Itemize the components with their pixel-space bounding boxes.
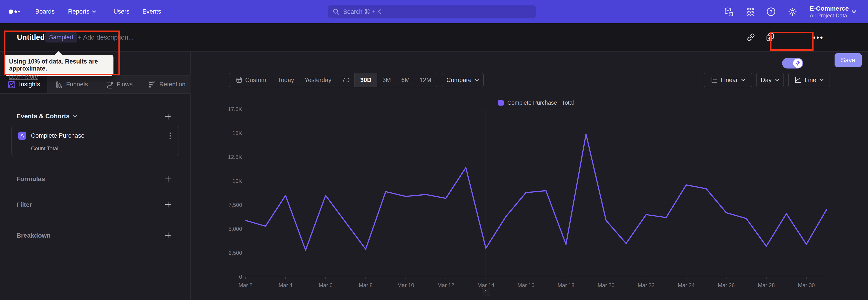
add-filter-button[interactable] bbox=[164, 201, 172, 209]
add-to-board-icon[interactable] bbox=[765, 23, 775, 51]
query-sidebar: Insights Funnels Flows bbox=[0, 52, 191, 300]
y-axis-label: 15K bbox=[232, 130, 242, 136]
nav-item-reports[interactable]: Reports bbox=[68, 0, 96, 23]
x-axis-label: Mar 12 bbox=[437, 282, 454, 288]
tab-retention-label: Retention bbox=[159, 81, 186, 88]
y-axis-label: 12.5K bbox=[228, 154, 242, 160]
y-axis-label: 10K bbox=[232, 178, 242, 184]
tooltip-text: Using 10% of data. Results are approxima… bbox=[9, 58, 109, 72]
events-cohorts-label: Events & Cohorts bbox=[17, 113, 70, 120]
nav-item-boards[interactable]: Boards bbox=[35, 0, 55, 23]
copy-link-icon[interactable] bbox=[746, 23, 756, 51]
project-switcher[interactable]: E-Commerce All Project Data bbox=[810, 0, 849, 23]
tab-funnels-label: Funnels bbox=[66, 81, 88, 88]
x-axis-label: Mar 2 bbox=[239, 282, 252, 288]
help-icon[interactable]: ? bbox=[766, 0, 776, 23]
filter-header: Filter bbox=[17, 201, 32, 208]
tab-retention[interactable]: Retention bbox=[143, 76, 191, 93]
x-axis-label: Mar 16 bbox=[518, 282, 534, 288]
top-nav: Boards Reports Users Events Search ⌘ + K bbox=[0, 0, 868, 23]
retention-icon bbox=[148, 81, 156, 89]
search-placeholder: Search ⌘ + K bbox=[343, 8, 381, 16]
report-title[interactable]: Untitled bbox=[17, 23, 45, 51]
formulas-header: Formulas bbox=[17, 175, 45, 183]
funnels-icon bbox=[55, 81, 63, 89]
chart-panel: Custom Today Yesterday 7D 30D 3M 6M 12M … bbox=[191, 52, 868, 300]
y-axis-label: 5,000 bbox=[228, 226, 242, 232]
x-axis-label: Mar 24 bbox=[678, 282, 694, 288]
y-axis-label: 17.5K bbox=[228, 106, 242, 112]
settings-gear-icon[interactable] bbox=[788, 0, 797, 23]
svg-text:?: ? bbox=[770, 9, 773, 14]
pagination-page-1[interactable]: 1 bbox=[482, 288, 490, 296]
sampled-badge[interactable]: Sampled bbox=[45, 32, 77, 42]
sampling-tooltip: Using 10% of data. Results are approxima… bbox=[4, 55, 114, 76]
series-line[interactable] bbox=[246, 134, 827, 250]
more-options-button[interactable]: ••• bbox=[813, 23, 824, 51]
x-axis-label: Mar 20 bbox=[598, 282, 615, 288]
y-axis-label: 7,500 bbox=[228, 202, 242, 208]
tab-flows-label: Flows bbox=[117, 81, 133, 88]
x-axis-label: Mar 26 bbox=[718, 282, 735, 288]
event-name: Complete Purchase bbox=[31, 132, 85, 139]
event-letter-badge: A bbox=[18, 131, 26, 140]
project-chevron-icon[interactable] bbox=[851, 0, 857, 23]
x-axis-label: Mar 30 bbox=[798, 282, 815, 288]
chevron-down-icon bbox=[73, 115, 77, 118]
learn-more-link[interactable]: Learn More bbox=[9, 73, 38, 80]
project-scope: All Project Data bbox=[810, 12, 847, 19]
add-description-button[interactable]: + Add description... bbox=[78, 23, 133, 51]
y-axis-label: 0 bbox=[239, 274, 242, 280]
add-breakdown-button[interactable] bbox=[164, 231, 172, 239]
event-metric[interactable]: Count Total bbox=[31, 145, 58, 152]
x-axis-label: Mar 18 bbox=[558, 282, 575, 288]
flows-icon bbox=[105, 81, 114, 89]
search-icon bbox=[333, 8, 340, 15]
x-axis-label: Mar 28 bbox=[758, 282, 775, 288]
line-chart[interactable]: 02,5005,0007,50010K12.5K15K17.5KMar 2Mar… bbox=[191, 52, 868, 300]
x-axis-label: Mar 10 bbox=[397, 282, 414, 288]
mixpanel-logo-icon[interactable] bbox=[8, 0, 20, 23]
breakdown-header: Breakdown bbox=[17, 232, 51, 239]
app-window: Boards Reports Users Events Search ⌘ + K bbox=[0, 0, 868, 300]
x-axis-label: Mar 8 bbox=[359, 282, 373, 288]
data-management-icon[interactable] bbox=[724, 0, 734, 23]
report-header: Untitled Sampled + Add description... ••… bbox=[0, 23, 868, 52]
x-axis-label: Mar 14 bbox=[477, 282, 494, 288]
add-formula-button[interactable] bbox=[164, 175, 172, 183]
chevron-down-icon bbox=[92, 10, 96, 13]
insights-icon bbox=[7, 80, 16, 89]
x-axis-label: Mar 4 bbox=[279, 282, 292, 288]
add-event-button[interactable] bbox=[164, 113, 172, 121]
x-axis-label: Mar 22 bbox=[638, 282, 655, 288]
tab-insights-label: Insights bbox=[19, 81, 40, 88]
apps-grid-icon[interactable] bbox=[746, 0, 755, 23]
project-name: E-Commerce bbox=[810, 5, 849, 12]
events-cohorts-header[interactable]: Events & Cohorts bbox=[17, 113, 77, 120]
x-axis-label: Mar 6 bbox=[319, 282, 333, 288]
y-axis-label: 2,500 bbox=[228, 250, 242, 256]
nav-item-users[interactable]: Users bbox=[114, 0, 129, 23]
tooltip-arrow bbox=[54, 51, 62, 55]
nav-item-events[interactable]: Events bbox=[143, 0, 161, 23]
event-card[interactable]: A Complete Purchase Count Total bbox=[11, 126, 179, 156]
nav-item-reports-label: Reports bbox=[68, 8, 90, 15]
event-options-icon[interactable] bbox=[169, 132, 171, 139]
search-input[interactable]: Search ⌘ + K bbox=[328, 5, 536, 18]
